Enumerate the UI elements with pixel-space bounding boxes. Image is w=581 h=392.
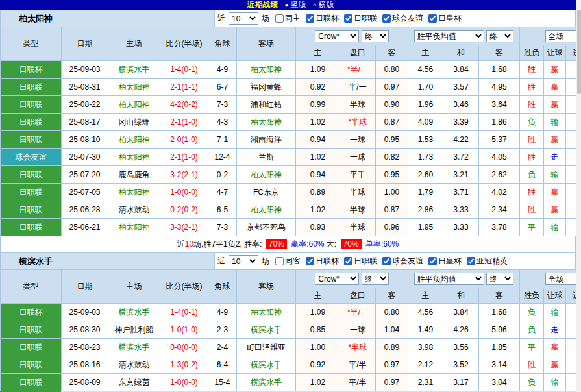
away-team-link[interactable]: 湘南海洋 xyxy=(237,131,296,149)
home-team-link[interactable]: 清水鼓动 xyxy=(108,356,160,374)
games-label: 场 xyxy=(262,256,269,267)
filter-checkbox-亚冠精英[interactable]: 亚冠精英 xyxy=(467,256,508,267)
odds-away: 0.95 xyxy=(376,166,408,184)
checkbox-input[interactable] xyxy=(344,14,352,23)
away-team-link[interactable]: 浦和红钻 xyxy=(237,96,296,114)
away-team-link[interactable]: 福冈黄蜂 xyxy=(237,79,296,96)
home-team-link[interactable]: 横滨水手 xyxy=(108,304,160,321)
avg-stage-select[interactable]: 终 xyxy=(486,273,513,285)
avg-select[interactable]: 胜平负均值 xyxy=(414,273,484,285)
match-count-select[interactable]: 10 xyxy=(229,255,258,267)
filter-checkbox-球会友谊[interactable]: 球会友谊 xyxy=(382,256,423,267)
checkbox-input[interactable] xyxy=(428,257,437,265)
away-team-link[interactable]: 柏太阳神 xyxy=(237,304,296,321)
checkbox-input[interactable] xyxy=(344,257,352,265)
match-date: 25-07-20 xyxy=(62,166,108,184)
home-team-link[interactable]: 鹿岛鹿角 xyxy=(108,166,160,184)
result-goals xyxy=(566,304,576,321)
games-label: 场 xyxy=(262,13,269,24)
checkbox-input[interactable] xyxy=(306,257,314,265)
home-team-link[interactable]: 柏太阳神 xyxy=(108,149,160,166)
odds-stage-select[interactable]: 终 xyxy=(362,273,389,285)
home-team-link[interactable]: 柏太阳神 xyxy=(108,184,160,201)
home-team-link[interactable]: 柏太阳神 xyxy=(108,131,160,149)
odds-home: 0.89 xyxy=(296,184,340,201)
filter-checkboxes: 同客日联杯日职联球会友谊日皇杯亚冠精英 xyxy=(275,256,508,267)
avg-home: 1.95 xyxy=(408,219,443,236)
bookmaker-select[interactable]: Crow* xyxy=(315,273,359,285)
checkbox-input[interactable] xyxy=(382,257,391,265)
radio-selected-icon: ● xyxy=(284,0,288,10)
matches-tbody: 日联杯25-09-03横滨水手1-4(0-1)4-9柏太阳神1.09*半/一0.… xyxy=(1,304,576,391)
away-team-link[interactable]: 柏太阳神 xyxy=(237,114,296,131)
filter-checkbox-日联杯[interactable]: 日联杯 xyxy=(306,13,339,24)
checkbox-input[interactable] xyxy=(428,14,437,23)
match-score: 1-0(1-0) xyxy=(160,321,208,339)
scope-select[interactable]: 全场 xyxy=(545,273,576,285)
corner-score: 7-3 xyxy=(208,219,237,236)
checkbox-label: 日职联 xyxy=(354,256,377,267)
away-team-link[interactable]: 町田泽维亚 xyxy=(237,339,296,356)
home-team-link[interactable]: 柏太阳神 xyxy=(108,96,160,114)
league-type-badge: 日职联 xyxy=(1,201,62,219)
checkbox-input[interactable] xyxy=(275,14,284,23)
league-type-badge: 日职联 xyxy=(1,114,62,131)
filter-checkbox-球会友谊[interactable]: 球会友谊 xyxy=(382,13,423,24)
home-team-link[interactable]: 柏太阳神 xyxy=(108,79,160,96)
layout-horizontal-radio[interactable]: ○ 横版 xyxy=(313,0,334,10)
result-wdl: 负 xyxy=(520,304,544,321)
away-team-link[interactable]: 京都不死鸟 xyxy=(237,219,296,236)
away-team-link[interactable]: 横滨水手 xyxy=(237,356,296,374)
away-team-link[interactable]: 柏太阳神 xyxy=(237,61,296,79)
home-team-link[interactable]: 柏太阳神 xyxy=(108,219,160,236)
match-count-select[interactable]: 10 xyxy=(229,12,258,25)
layout-vertical-radio[interactable]: ● 竖版 xyxy=(284,0,306,10)
filter-checkbox-同客[interactable]: 同客 xyxy=(275,256,301,267)
away-team-link[interactable]: FC东京 xyxy=(237,184,296,201)
result-wdl: 胜 xyxy=(520,61,544,79)
away-team-link[interactable]: 柏太阳神 xyxy=(237,201,296,219)
avg-select[interactable]: 胜平负均值 xyxy=(414,30,484,42)
filter-checkbox-日职联[interactable]: 日职联 xyxy=(344,13,377,24)
scrollbar-thumb[interactable] xyxy=(577,10,581,94)
checkbox-label: 日职联 xyxy=(354,13,377,24)
odds-home: 0.94 xyxy=(296,131,340,149)
filter-checkbox-日皇杯[interactable]: 日皇杯 xyxy=(428,13,462,24)
checkbox-input[interactable] xyxy=(382,14,391,23)
home-team-link[interactable]: 横滨水手 xyxy=(108,339,160,356)
away-team-link[interactable]: 柏太阳神 xyxy=(237,166,296,184)
avg-away: 3.64 xyxy=(479,96,520,114)
section-header: 横滨水手 近 10 场 同客日联杯日职联球会友谊日皇杯亚冠精英 xyxy=(0,252,576,269)
col-home: 主场 xyxy=(108,27,160,61)
vertical-scrollbar[interactable] xyxy=(576,0,581,392)
checkbox-label: 亚冠精英 xyxy=(476,256,508,267)
filter-checkbox-日职联[interactable]: 日职联 xyxy=(344,256,377,267)
away-team-link[interactable]: 横滨水手 xyxy=(237,321,296,339)
avg-stage-select[interactable]: 终 xyxy=(486,30,513,42)
horizontal-label: 横版 xyxy=(319,0,334,10)
filter-checkbox-同主[interactable]: 同主 xyxy=(275,13,301,24)
handicap: 平手 xyxy=(340,166,376,184)
home-team-link[interactable]: 清水鼓动 xyxy=(108,201,160,219)
handicap: *半球 xyxy=(340,339,376,356)
home-team-link[interactable]: 冈山绿雉 xyxy=(108,114,160,131)
bookmaker-select[interactable]: Crow* xyxy=(315,30,359,42)
corner-score: 7-3 xyxy=(208,96,237,114)
home-team-link[interactable]: 东京绿茵 xyxy=(108,374,160,391)
checkbox-input[interactable] xyxy=(306,14,314,23)
match-row: 日职联25-06-21柏太阳神3-3(2-1)7-3京都不死鸟0.93半球0.9… xyxy=(1,219,576,236)
away-team-link[interactable]: 横滨水手 xyxy=(237,374,296,391)
avg-away: 4.95 xyxy=(479,79,520,96)
avg-away: 2.34 xyxy=(479,201,520,219)
away-team-link[interactable]: 兰斯 xyxy=(237,149,296,166)
filter-checkbox-日皇杯[interactable]: 日皇杯 xyxy=(428,256,462,267)
scope-select[interactable]: 全场 xyxy=(545,30,576,42)
checkbox-input[interactable] xyxy=(275,257,284,265)
col-goals: 进球 xyxy=(566,288,576,304)
odds-stage-select[interactable]: 终 xyxy=(362,30,389,42)
home-team-link[interactable]: 神户胜利船 xyxy=(108,321,160,339)
handicap: 平/半 xyxy=(340,356,376,374)
home-team-link[interactable]: 横滨水手 xyxy=(108,61,160,79)
checkbox-input[interactable] xyxy=(467,257,475,265)
filter-checkbox-日联杯[interactable]: 日联杯 xyxy=(306,256,339,267)
